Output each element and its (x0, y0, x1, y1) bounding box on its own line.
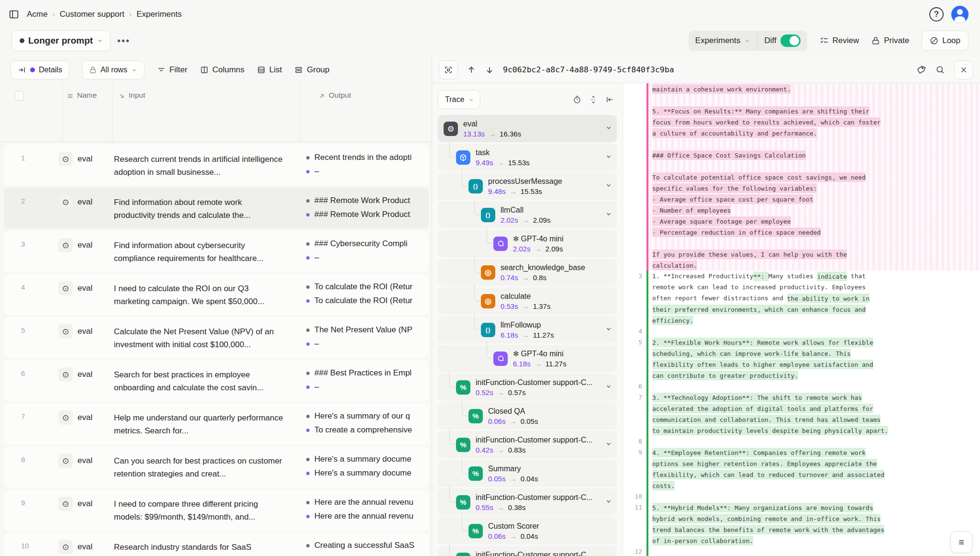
row-name: eval (78, 197, 92, 207)
trace-tree-node[interactable]: ✻GPT-4o mini 2.02s→2.09s (438, 230, 617, 257)
chevron-down-icon (131, 67, 137, 73)
previous-row-button[interactable] (467, 65, 476, 75)
chevron-down-icon[interactable] (605, 383, 612, 390)
table-row[interactable]: 5 ⊙ eval Calculate the Net Present Value… (4, 317, 429, 358)
scorer-icon: % (468, 466, 483, 481)
chevron-down-icon[interactable] (605, 326, 612, 332)
span-durations: 0.42s→0.83s (476, 446, 593, 454)
expand-panel-button[interactable] (439, 60, 458, 79)
trace-tree-node[interactable]: % initFunction-Customer support-C... 0.5… (438, 374, 617, 401)
span-durations: 0.55s→0.38s (476, 503, 593, 511)
avatar[interactable] (951, 6, 969, 23)
filter-button[interactable]: Filter (157, 65, 188, 75)
review-button[interactable]: Review (820, 36, 859, 45)
trace-tree-pane: Trace (432, 83, 623, 556)
timing-icon[interactable] (573, 95, 581, 104)
table-row[interactable]: 6 ⊙ eval Search for best practices in em… (4, 360, 429, 401)
trace-tree-node[interactable]: task 9.49s→15.53s (438, 144, 617, 171)
chevron-down-icon[interactable] (605, 211, 612, 217)
trace-tree-node[interactable]: % initFunction-Customer support-C... 0.4… (438, 431, 617, 458)
trace-tree-node[interactable]: ⊙ eval 13.13s→16.36s (438, 115, 617, 142)
output-line: – (306, 167, 429, 176)
table-row[interactable]: 7 ⊙ eval Help me understand our quarterl… (4, 403, 429, 444)
breadcrumb-project[interactable]: Customer support (60, 10, 124, 19)
list-label: List (269, 65, 282, 75)
output-line: ### Remote Work Product (306, 196, 429, 205)
chevron-down-icon[interactable] (605, 182, 612, 189)
results-pane: Details All rows Filter Columns List (0, 57, 432, 556)
column-header-output[interactable]: Output (300, 83, 432, 141)
row-output: ### Remote Work Product### Remote Work P… (296, 195, 429, 219)
column-header-name[interactable]: Name (63, 83, 112, 141)
span-durations: 0.06s→0.04s (488, 532, 539, 540)
output-line: – (306, 382, 429, 392)
trace-tree-node[interactable]: % initFunction-Customer support-C... 3.6… (438, 546, 617, 556)
private-button[interactable]: Private (871, 36, 909, 45)
table-row[interactable]: 1 ⊙ eval Research current trends in arti… (4, 145, 429, 186)
table-row[interactable]: 9 ⊙ eval I need to compare three differe… (4, 489, 429, 531)
table-row[interactable]: 3 ⊙ eval Find information about cybersec… (4, 231, 429, 272)
trace-view-selector[interactable]: Trace (438, 90, 480, 109)
trace-tree-node[interactable]: ✻GPT-4o mini 6.18s→11.27s (438, 345, 617, 372)
trace-tree-node[interactable]: ◎ calculate 0.53s→1.37s (438, 287, 617, 315)
rows-filter-button[interactable]: All rows (82, 60, 145, 79)
fullscreen-icon (444, 66, 453, 74)
diff-content: maintain a cohesive work environment.5. … (623, 83, 980, 556)
diff-deleted-line: ### Office Space Cost Savings Calculatio… (623, 149, 980, 160)
breadcrumb-section[interactable]: Experiments (136, 10, 181, 19)
group-button[interactable]: Group (294, 65, 329, 75)
trace-tree-node[interactable]: () llmFollowup 6.18s→11.27s (438, 316, 617, 343)
trace-tree-node[interactable]: % Summary 0.05s→0.04s (438, 460, 617, 487)
row-output: Here's a summary documeHere's a summary … (296, 454, 429, 478)
search-icon[interactable] (935, 65, 945, 74)
tag-icon[interactable] (917, 65, 926, 74)
experiment-status-dot (20, 38, 24, 43)
span-durations: 0.06s→0.05s (488, 417, 538, 425)
trace-tree-node[interactable]: % Closed QA 0.06s→0.05s (438, 402, 617, 430)
eval-icon: ⊙ (444, 122, 458, 136)
table-row[interactable]: 8 ⊙ eval Can you search for best practic… (4, 446, 429, 488)
diff-added-line: 73. **Technology Adoption**: The shift t… (623, 392, 980, 403)
table-row[interactable]: 2 ⊙ eval Find information about remote w… (4, 188, 429, 229)
output-bullet-purple (306, 429, 310, 432)
help-icon[interactable]: ? (929, 7, 944, 22)
chevron-down-icon[interactable] (605, 498, 612, 505)
view-selector-button[interactable]: Experiments (689, 36, 757, 45)
sidebar-toggle-icon[interactable] (9, 9, 19, 20)
diff-line-number: 8 (623, 436, 642, 447)
trace-id: 9c062bc2-a8c7-4a88-9749-5cf840f3c9ba (503, 65, 674, 74)
breadcrumb: Acme › Customer support › Experiments (27, 10, 182, 19)
row-input: Research current trends in artificial in… (108, 152, 296, 179)
loop-button[interactable]: Loop (922, 31, 969, 51)
trace-tree-node[interactable]: ◎ search_knowledge_base 0.74s→0.8s (438, 259, 617, 286)
close-panel-button[interactable] (954, 60, 973, 79)
breadcrumb-org[interactable]: Acme (27, 10, 47, 19)
diff-line-number: 11 (623, 502, 642, 513)
columns-button[interactable]: Columns (200, 65, 245, 75)
table-row[interactable]: 10 ⊙ eval Research industry standards fo… (4, 533, 429, 556)
trace-tree-node[interactable]: () llmCall 2.02s→2.09s (438, 201, 617, 228)
chevron-down-icon[interactable] (605, 153, 612, 160)
next-row-button[interactable] (485, 65, 494, 75)
output-bullet-gray (306, 156, 310, 159)
diff-toggle[interactable] (780, 34, 801, 47)
output-line: Recent trends in the adopti (306, 153, 429, 162)
output-bullet-purple (306, 515, 310, 518)
eval-row-icon: ⊙ (58, 540, 73, 554)
more-options-button[interactable]: ••• (117, 35, 130, 46)
chevron-down-icon[interactable] (605, 441, 612, 447)
column-header-input[interactable]: Input (112, 83, 300, 141)
output-line: ### Remote Work Product (306, 210, 429, 219)
outline-toggle-button[interactable]: ≡ (950, 531, 972, 553)
list-button[interactable]: List (257, 65, 282, 75)
collapse-panel-icon[interactable] (605, 95, 614, 104)
table-row[interactable]: 4 ⊙ eval I need to calculate the ROI on … (4, 274, 429, 315)
chevron-down-icon[interactable] (605, 125, 612, 131)
details-button[interactable]: Details (11, 60, 69, 79)
trace-tree-node[interactable]: () processUserMessage 9.48s→15.53s (438, 172, 617, 200)
select-all-checkbox[interactable] (14, 91, 24, 101)
trace-tree-node[interactable]: % Custom Scorer 0.06s→0.04s (438, 517, 617, 545)
experiment-selector-button[interactable]: Longer prompt (11, 30, 111, 51)
trace-tree-node[interactable]: % initFunction-Customer support-C... 0.5… (438, 488, 617, 516)
expand-all-icon[interactable] (589, 95, 598, 104)
